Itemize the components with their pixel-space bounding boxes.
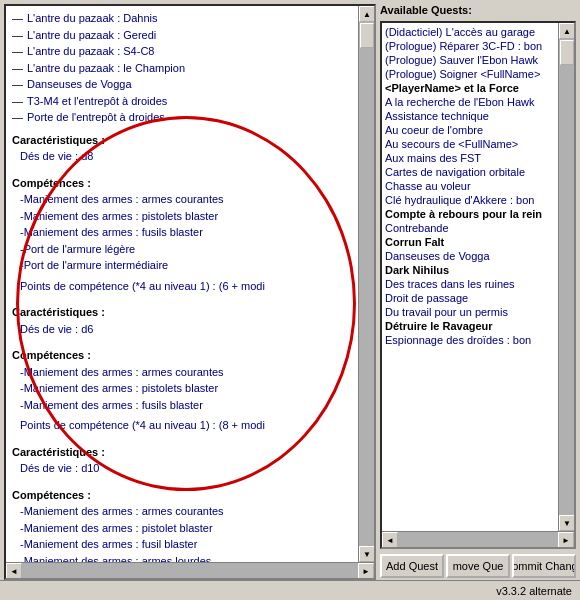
quest-hscroll-track — [398, 532, 558, 547]
list-item: — L'antre du pazaak : Geredi — [12, 27, 352, 44]
section-header: Caractéristiques : — [12, 132, 352, 149]
item-text: Porte de l'entrepôt à droides — [27, 109, 165, 126]
bullet-icon: — — [12, 10, 23, 27]
quests-label: Available Quests: — [380, 4, 576, 16]
skill-text: -Maniement des armes : fusils blaster — [20, 397, 352, 414]
section-header: Compétences : — [12, 175, 352, 192]
list-item: — L'antre du pazaak : Dahnis — [12, 10, 352, 27]
quests-items-area: (Didacticiel) L'accès au garage(Prologue… — [382, 23, 558, 531]
quest-item[interactable]: Cartes de navigation orbitale — [383, 165, 557, 179]
quest-item[interactable]: Détruire le Ravageur — [383, 319, 557, 333]
quest-hscroll-right-button[interactable]: ► — [558, 532, 574, 548]
list-item: — Danseuses de Vogga — [12, 76, 352, 93]
quest-vscrollbar[interactable]: ▲ ▼ — [558, 23, 574, 531]
bullet-icon: — — [12, 76, 23, 93]
skill-text: -Port de l'armure légère — [20, 241, 352, 258]
list-item: — L'antre du pazaak : S4-C8 — [12, 43, 352, 60]
skill-text: -Maniement des armes : armes courantes — [20, 191, 352, 208]
quest-item[interactable]: A la recherche de l'Ebon Hawk — [383, 95, 557, 109]
points-text: Points de compétence (*4 au niveau 1) : … — [20, 278, 352, 295]
left-text-content: — L'antre du pazaak : Dahnis — L'antre d… — [12, 10, 352, 562]
item-text: T3-M4 et l'entrepôt à droides — [27, 93, 167, 110]
skill-text: -Maniement des armes : fusils blaster — [20, 224, 352, 241]
scroll-up-button[interactable]: ▲ — [359, 6, 374, 22]
list-item: — Porte de l'entrepôt à droides — [12, 109, 352, 126]
scroll-track — [359, 22, 374, 546]
item-text: L'antre du pazaak : S4-C8 — [27, 43, 154, 60]
quest-item[interactable]: Danseuses de Vogga — [383, 249, 557, 263]
skill-text: -Maniement des armes : armes courantes — [20, 503, 352, 520]
quest-item[interactable]: Des traces dans les ruines — [383, 277, 557, 291]
left-hscrollbar[interactable]: ◄ ► — [6, 562, 374, 578]
quest-item[interactable]: (Prologue) Réparer 3C-FD : bon — [383, 39, 557, 53]
left-panel: — L'antre du pazaak : Dahnis — L'antre d… — [4, 4, 376, 580]
quest-item[interactable]: Du travail pour un permis — [383, 305, 557, 319]
stat-text: Dés de vie : d10 — [20, 460, 352, 477]
scroll-thumb[interactable] — [360, 23, 374, 48]
quest-scroll-track — [559, 39, 574, 515]
quest-item[interactable]: Espionnage des droïdes : bon — [383, 333, 557, 347]
section-header: Caractéristiques : — [12, 444, 352, 461]
skill-text: -Maniement des armes : pistolets blaster — [20, 208, 352, 225]
skill-text: -Maniement des armes : pistolets blaster — [20, 380, 352, 397]
skill-text: -Maniement des armes : fusil blaster — [20, 536, 352, 553]
main-content: — L'antre du pazaak : Dahnis — L'antre d… — [0, 0, 580, 580]
section-header: Compétences : — [12, 487, 352, 504]
section-header: Caractéristiques : — [12, 304, 352, 321]
bullet-icon: — — [12, 60, 23, 77]
status-bar: v3.3.2 alternate — [0, 580, 580, 600]
version-text: v3.3.2 alternate — [496, 585, 572, 597]
quest-hscroll-left-button[interactable]: ◄ — [382, 532, 398, 548]
quest-item[interactable]: (Didacticiel) L'accès au garage — [383, 25, 557, 39]
quest-item[interactable]: Au coeur de l'ombre — [383, 123, 557, 137]
right-panel: Available Quests: (Didacticiel) L'accès … — [380, 4, 576, 580]
bullet-icon: — — [12, 27, 23, 44]
bullet-icon: — — [12, 43, 23, 60]
action-buttons: Add Quest move Que Commit Change — [380, 552, 576, 580]
bullet-icon: — — [12, 109, 23, 126]
stat-text: Dés de vie : d6 — [20, 321, 352, 338]
item-text: L'antre du pazaak : le Champion — [27, 60, 185, 77]
quest-item[interactable]: Corrun Falt — [383, 235, 557, 249]
item-text: Danseuses de Vogga — [27, 76, 132, 93]
quest-item[interactable]: Au secours de <FullName> — [383, 137, 557, 151]
hscroll-track — [22, 563, 358, 578]
item-text: L'antre du pazaak : Dahnis — [27, 10, 158, 27]
quest-item[interactable]: Chasse au voleur — [383, 179, 557, 193]
quest-scroll-down-button[interactable]: ▼ — [559, 515, 574, 531]
quest-hscrollbar[interactable]: ◄ ► — [382, 531, 574, 547]
bullet-icon: — — [12, 93, 23, 110]
quest-item[interactable]: Clé hydraulique d'Akkere : bon — [383, 193, 557, 207]
add-quest-button[interactable]: Add Quest — [380, 554, 444, 578]
quest-item[interactable]: (Prologue) Sauver l'Ebon Hawk — [383, 53, 557, 67]
section-header: Compétences : — [12, 347, 352, 364]
quest-item[interactable]: Aux mains des FST — [383, 151, 557, 165]
skill-text: -Maniement des armes : armes courantes — [20, 364, 352, 381]
quest-item[interactable]: <PlayerName> et la Force — [383, 81, 557, 95]
stat-text: Dés de vie : d8 — [20, 148, 352, 165]
item-text: L'antre du pazaak : Geredi — [27, 27, 156, 44]
skill-text: -Maniement des armes : armes lourdes — [20, 553, 352, 563]
left-text-area: — L'antre du pazaak : Dahnis — L'antre d… — [6, 6, 358, 562]
hscroll-right-button[interactable]: ► — [358, 563, 374, 579]
quest-item[interactable]: Compte à rebours pour la rein — [383, 207, 557, 221]
move-quest-button[interactable]: move Que — [446, 554, 510, 578]
scroll-down-button[interactable]: ▼ — [359, 546, 374, 562]
hscroll-left-button[interactable]: ◄ — [6, 563, 22, 579]
skill-text: -Port de l'armure intermédiaire — [20, 257, 352, 274]
quest-item[interactable]: Contrebande — [383, 221, 557, 235]
points-text: Points de compétence (*4 au niveau 1) : … — [20, 417, 352, 434]
quest-scroll-thumb[interactable] — [560, 40, 574, 65]
quest-item[interactable]: Dark Nihilus — [383, 263, 557, 277]
commit-change-button[interactable]: Commit Change — [512, 554, 576, 578]
quest-item[interactable]: (Prologue) Soigner <FullName> — [383, 67, 557, 81]
quests-list-container: (Didacticiel) L'accès au garage(Prologue… — [380, 21, 576, 549]
left-vscrollbar[interactable]: ▲ ▼ — [358, 6, 374, 562]
quest-item[interactable]: Assistance technique — [383, 109, 557, 123]
quest-item[interactable]: Droit de passage — [383, 291, 557, 305]
list-item: — L'antre du pazaak : le Champion — [12, 60, 352, 77]
skill-text: -Maniement des armes : pistolet blaster — [20, 520, 352, 537]
list-item: — T3-M4 et l'entrepôt à droides — [12, 93, 352, 110]
quest-scroll-up-button[interactable]: ▲ — [559, 23, 574, 39]
